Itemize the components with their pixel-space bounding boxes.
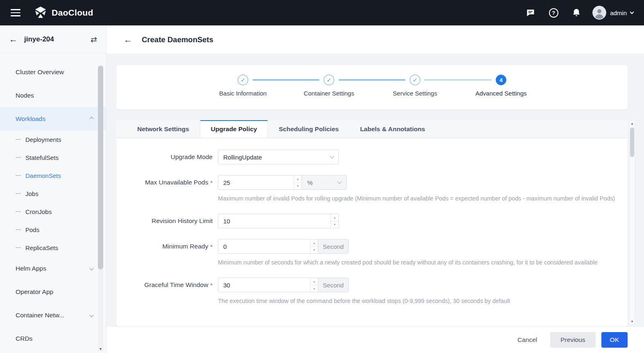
check-icon: ✓ xyxy=(327,77,331,83)
tab-scheduling-policies[interactable]: Scheduling Policies xyxy=(268,120,349,138)
tab-network-settings[interactable]: Network Settings xyxy=(127,120,200,138)
increment-button[interactable]: ▲ xyxy=(294,175,302,183)
field-label: Revision History Limit xyxy=(116,214,218,228)
content-scrollbar-thumb[interactable] xyxy=(630,128,634,157)
step-label: Basic Information xyxy=(219,90,267,97)
sidebar-scrollbar[interactable]: ▼ xyxy=(98,66,103,351)
topbar-actions: ? admin xyxy=(524,6,633,20)
sidebar-item-workloads[interactable]: Workloads xyxy=(0,107,106,130)
wizard-footer: Cancel Previous OK xyxy=(107,326,644,353)
brand-logo[interactable]: DaoCloud xyxy=(34,7,93,19)
sidebar-item-replicasets[interactable]: ReplicaSets xyxy=(0,239,106,257)
chevron-down-icon xyxy=(90,266,94,271)
step-done-circle: ✓ xyxy=(238,75,248,85)
sidebar-item-daemonsets[interactable]: DaemonSets xyxy=(0,166,106,184)
page-header: ← Create DaemonSets xyxy=(107,25,644,54)
dash-icon xyxy=(16,175,21,176)
decrement-button[interactable]: ▼ xyxy=(311,247,318,254)
page-body: ✓ Basic Information ✓ Container Settings… xyxy=(107,54,644,326)
sidebar-item-deployments[interactable]: Deployments xyxy=(0,130,106,148)
step-service-settings[interactable]: ✓ Service Settings xyxy=(372,75,458,97)
max-unavailable-input-group: ▲ ▼ xyxy=(218,175,302,190)
sidebar-header: ← jinye-204 ⇄ xyxy=(0,25,106,54)
step-advanced-settings[interactable]: 4 Advanced Settings xyxy=(458,75,544,97)
sidebar-item-operator-app[interactable]: Operator App xyxy=(0,280,106,303)
sidebar: ← jinye-204 ⇄ Cluster Overview Nodes Wor… xyxy=(0,25,107,353)
minimum-ready-input[interactable] xyxy=(218,239,310,253)
step-basic-information[interactable]: ✓ Basic Information xyxy=(200,75,286,97)
dash-icon xyxy=(16,229,21,230)
sidebar-item-helm-apps[interactable]: Helm Apps xyxy=(0,257,106,280)
revision-history-input[interactable] xyxy=(218,214,331,228)
page-title: Create DaemonSets xyxy=(142,35,213,44)
field-label: Upgrade Mode xyxy=(116,150,218,164)
sidebar-item-jobs[interactable]: Jobs xyxy=(0,184,106,203)
sidebar-item-label: Pods xyxy=(25,226,39,233)
sidebar-item-container-network[interactable]: Container Netw... xyxy=(0,303,106,327)
decrement-button[interactable]: ▼ xyxy=(294,183,302,190)
revision-history-input-group: ▲ ▼ xyxy=(218,214,339,228)
upgrade-policy-form: Upgrade Mode RollingUpdate xyxy=(116,138,628,316)
cluster-back-button[interactable]: ← xyxy=(9,34,18,44)
max-unavailable-unit-select[interactable]: % xyxy=(302,175,347,190)
previous-button[interactable]: Previous xyxy=(550,332,595,348)
field-label: Graceful Time Window * xyxy=(116,278,218,292)
chevron-down-icon xyxy=(338,180,342,184)
switch-cluster-icon[interactable]: ⇄ xyxy=(91,35,97,44)
sidebar-item-label: ReplicaSets xyxy=(25,244,58,251)
scroll-down-arrow[interactable]: ▼ xyxy=(630,319,635,325)
cancel-button[interactable]: Cancel xyxy=(517,336,537,344)
notifications-icon[interactable] xyxy=(569,6,583,20)
scroll-up-arrow[interactable]: ▲ xyxy=(630,121,635,127)
sidebar-scroll-down-arrow[interactable]: ▼ xyxy=(98,347,103,351)
sidebar-item-cronjobs[interactable]: CronJobs xyxy=(0,203,106,221)
sidebar-item-statefulsets[interactable]: StatefulSets xyxy=(0,148,106,166)
sidebar-item-label: Helm Apps xyxy=(16,265,46,272)
check-icon: ✓ xyxy=(240,77,245,83)
sidebar-item-pods[interactable]: Pods xyxy=(0,221,106,239)
chevron-down-icon xyxy=(630,10,634,14)
sidebar-item-cluster-overview[interactable]: Cluster Overview xyxy=(0,60,106,84)
user-menu[interactable]: admin xyxy=(592,6,633,20)
upgrade-mode-select[interactable]: RollingUpdate xyxy=(218,150,339,164)
sidebar-item-label: Container Netw... xyxy=(16,312,64,319)
brand-name: DaoCloud xyxy=(52,8,93,18)
advanced-settings-panel: Network Settings Upgrade Policy Scheduli… xyxy=(116,120,628,326)
sidebar-item-label: CRDs xyxy=(16,335,32,342)
sidebar-item-crds[interactable]: CRDs xyxy=(0,327,106,350)
sidebar-item-label: Workloads xyxy=(16,115,45,123)
step-label: Advanced Settings xyxy=(475,90,526,97)
number-spinner: ▲ ▼ xyxy=(310,278,318,292)
increment-button[interactable]: ▲ xyxy=(331,214,338,221)
step-current-circle: 4 xyxy=(496,75,506,85)
username: admin xyxy=(610,9,627,16)
check-icon: ✓ xyxy=(413,77,417,83)
graceful-window-unit: Second xyxy=(318,278,349,292)
content-scrollbar[interactable]: ▲ ▼ xyxy=(629,120,635,325)
decrement-button[interactable]: ▼ xyxy=(311,285,318,292)
form-row-graceful-time-window: Graceful Time Window * ▲ ▼ xyxy=(116,278,618,305)
topbar: DaoCloud ? xyxy=(0,0,644,25)
menu-icon[interactable] xyxy=(11,9,20,16)
form-row-max-unavailable-pods: Max Unavailable Pods * ▲ ▼ xyxy=(116,175,618,203)
decrement-button[interactable]: ▼ xyxy=(331,221,338,228)
tab-upgrade-policy[interactable]: Upgrade Policy xyxy=(200,120,268,138)
number-spinner: ▲ ▼ xyxy=(310,239,318,253)
chevron-down-icon xyxy=(90,313,94,317)
sidebar-item-label: Cluster Overview xyxy=(16,68,64,76)
increment-button[interactable]: ▲ xyxy=(311,239,318,247)
messages-icon[interactable] xyxy=(524,6,537,20)
max-unavailable-input[interactable] xyxy=(218,175,294,189)
chevron-down-icon xyxy=(330,155,334,159)
sidebar-item-nodes[interactable]: Nodes xyxy=(0,84,106,107)
page-back-button[interactable]: ← xyxy=(124,35,132,45)
ok-button[interactable]: OK xyxy=(601,332,628,348)
graceful-window-input[interactable] xyxy=(218,278,310,292)
sidebar-item-label: CronJobs xyxy=(25,208,52,215)
help-icon[interactable]: ? xyxy=(546,6,560,20)
tab-labels-annotations[interactable]: Labels & Annotations xyxy=(349,120,436,138)
sidebar-scrollbar-thumb[interactable] xyxy=(98,66,103,269)
step-container-settings[interactable]: ✓ Container Settings xyxy=(286,75,372,97)
field-label: Max Unavailable Pods * xyxy=(116,175,218,190)
increment-button[interactable]: ▲ xyxy=(311,278,318,285)
